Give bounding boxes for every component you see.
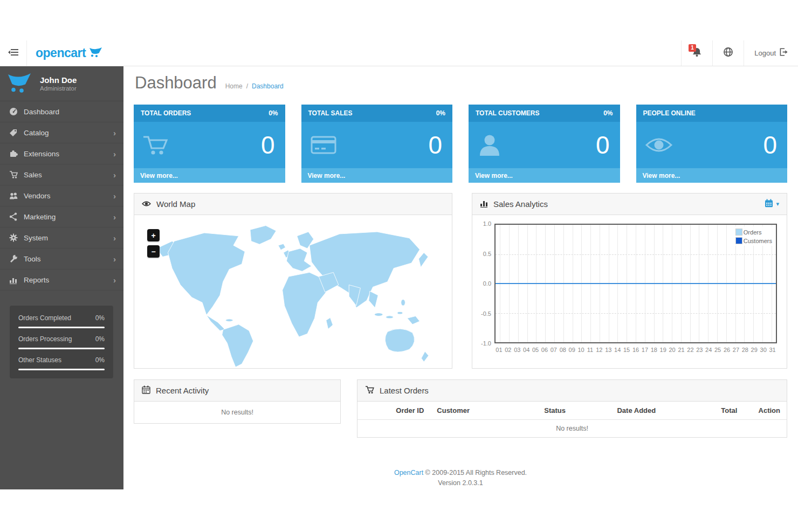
logout-button[interactable]: Logout — [744, 40, 798, 66]
version-text: Version 2.0.3.1 — [134, 478, 787, 488]
stat-label: Other Statuses — [18, 356, 61, 364]
sidebar-item-tools[interactable]: Tools › — [0, 248, 123, 270]
sidebar-item-marketing[interactable]: Marketing › — [0, 206, 123, 227]
y-tick-label: 1.0 — [483, 220, 491, 227]
legend-label: Orders — [744, 229, 762, 236]
cart-logo-icon — [90, 47, 104, 59]
sidebar-item-sales[interactable]: Sales › — [0, 164, 123, 185]
eye-icon — [142, 199, 151, 209]
stat-other-statuses: Other Statuses 0% — [18, 349, 105, 370]
stat-orders-processing: Orders Processing 0% — [18, 328, 105, 349]
breadcrumb: Home / Dashboard — [225, 82, 284, 90]
x-tick-label: 21 — [678, 347, 684, 353]
sidebar-item-label: Tools — [24, 255, 41, 263]
world-map[interactable]: + − — [134, 215, 452, 368]
map-zoom-out-button[interactable]: − — [147, 245, 160, 258]
x-tick-label: 06 — [541, 347, 548, 353]
x-tick-label: 12 — [596, 347, 602, 353]
opencart-logo[interactable]: opencart — [27, 40, 112, 66]
x-tick-label: 26 — [724, 347, 730, 353]
view-more-link[interactable]: View more... — [636, 168, 788, 183]
page-header: Dashboard Home / Dashboard — [135, 73, 787, 93]
tile-total-customers: TOTAL CUSTOMERS 0% 0 View more... — [469, 105, 620, 183]
sidebar-item-reports[interactable]: Reports › — [0, 270, 123, 291]
tile-people-online: PEOPLE ONLINE 0 View more... — [636, 105, 788, 183]
tile-title: PEOPLE ONLINE — [643, 109, 696, 117]
calendar-icon — [765, 199, 773, 209]
x-tick-label: 16 — [632, 347, 639, 353]
date-range-button[interactable]: ▾ — [765, 199, 779, 209]
stat-orders-completed: Orders Completed 0% — [18, 307, 105, 328]
y-tick-label: 0.5 — [483, 251, 491, 257]
eye-icon — [645, 135, 673, 155]
credit-card-icon — [310, 134, 337, 156]
view-more-link[interactable]: View more... — [134, 168, 285, 183]
latest-orders-panel: Latest Orders Order ID Customer Status D… — [357, 379, 787, 438]
dashboard-icon — [9, 107, 24, 116]
sidebar-item-vendors[interactable]: Vendors › — [0, 185, 123, 206]
x-tick-label: 15 — [623, 347, 630, 353]
x-tick-label: 19 — [660, 347, 666, 353]
x-tick-label: 08 — [560, 347, 566, 353]
tile-percent: 0% — [269, 109, 278, 117]
map-zoom-in-button[interactable]: + — [147, 229, 160, 241]
panel-title: Recent Activity — [156, 386, 209, 395]
gear-icon — [9, 233, 24, 242]
legend-label: Customers — [744, 238, 772, 244]
recent-activity-empty: No results! — [134, 402, 340, 423]
x-tick-label: 17 — [642, 347, 648, 353]
tile-value: 0 — [763, 133, 777, 157]
x-tick-label: 07 — [551, 347, 557, 353]
main-content: Dashboard Home / Dashboard TOTAL ORDERS … — [123, 66, 798, 488]
sidebar-item-label: Catalog — [24, 129, 49, 137]
breadcrumb-current-link[interactable]: Dashboard — [252, 82, 284, 90]
sidebar-item-system[interactable]: System › — [0, 227, 123, 248]
breadcrumb-home-link[interactable]: Home — [225, 82, 243, 90]
x-tick-label: 31 — [769, 347, 775, 353]
x-tick-label: 29 — [751, 347, 758, 353]
sidebar-item-label: Reports — [24, 276, 49, 284]
notifications-button[interactable]: 1 — [681, 40, 712, 66]
sidebar-item-dashboard[interactable]: Dashboard — [0, 101, 123, 122]
avatar-cart-icon — [6, 71, 32, 96]
view-more-link[interactable]: View more... — [469, 168, 620, 183]
view-more-link[interactable]: View more... — [301, 168, 453, 183]
tile-total-sales: TOTAL SALES 0% 0 View more... — [301, 105, 453, 183]
stat-value: 0% — [95, 335, 105, 343]
tile-percent: 0% — [603, 109, 613, 117]
panel-title: Latest Orders — [380, 386, 429, 395]
x-tick-label: 02 — [505, 347, 511, 353]
sales-analytics-panel: Sales Analytics ▾ 1.00.50.0-0.5-1.0 0102… — [472, 193, 787, 369]
bar-chart-icon — [9, 275, 24, 284]
x-tick-label: 23 — [696, 347, 703, 353]
sidebar-item-catalog[interactable]: Catalog › — [0, 122, 123, 143]
x-tick-label: 03 — [514, 347, 520, 353]
panel-title: World Map — [156, 199, 195, 209]
shopping-cart-icon — [9, 170, 24, 179]
x-tick-label: 09 — [569, 347, 575, 353]
notification-badge: 1 — [689, 44, 696, 52]
chevron-right-icon: › — [113, 213, 116, 221]
menu-toggle-button[interactable] — [0, 40, 27, 66]
latest-orders-empty: No results! — [357, 420, 787, 438]
x-tick-label: 25 — [714, 347, 721, 353]
x-tick-label: 28 — [742, 347, 748, 353]
sidebar-item-label: Dashboard — [24, 108, 59, 116]
sidebar-item-label: System — [24, 234, 48, 242]
tile-title: TOTAL ORDERS — [141, 109, 191, 117]
world-map-svg — [140, 218, 446, 367]
stores-button[interactable] — [712, 40, 744, 66]
panel-title: Sales Analytics — [493, 199, 548, 209]
column-header-status: Status — [517, 402, 594, 420]
sidebar-item-extensions[interactable]: Extensions › — [0, 143, 123, 164]
column-header-date-added: Date Added — [594, 402, 679, 420]
globe-icon — [723, 47, 733, 59]
chevron-right-icon: › — [113, 276, 116, 284]
x-tick-label: 04 — [523, 347, 529, 353]
opencart-footer-link[interactable]: OpenCart — [394, 469, 423, 476]
column-header-customer: Customer — [430, 402, 516, 420]
chevron-right-icon: › — [113, 255, 116, 263]
order-stats-box: Orders Completed 0% Orders Processing 0%… — [10, 306, 113, 378]
share-icon — [9, 212, 24, 221]
legend-entry: Customers — [735, 237, 772, 244]
